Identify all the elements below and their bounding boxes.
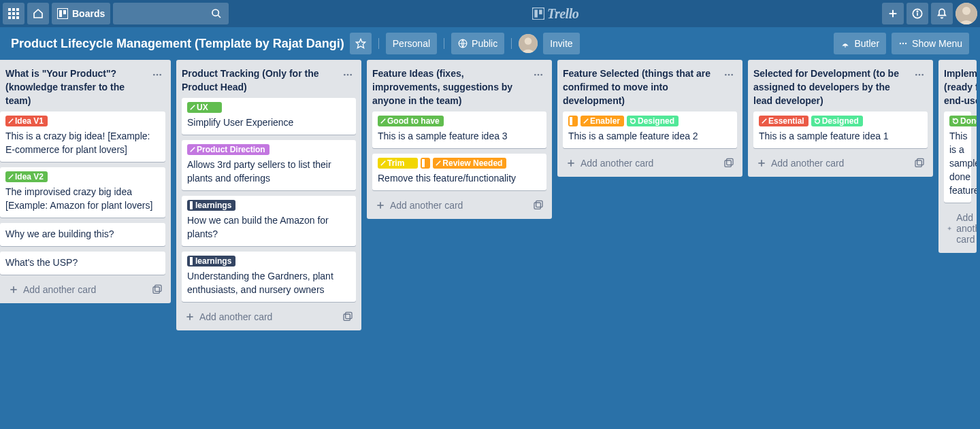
visibility-button[interactable]: Public <box>451 33 504 54</box>
list-menu-button[interactable] <box>340 67 356 83</box>
list-title[interactable]: Selected for Development (to be assigned… <box>753 67 909 107</box>
svg-rect-3 <box>8 12 11 15</box>
divider <box>511 38 512 49</box>
apps-button[interactable] <box>3 3 24 24</box>
boards-button[interactable]: Boards <box>52 3 110 24</box>
add-card-label: Add another card <box>956 212 977 245</box>
board-canvas[interactable]: What is "Your Product"? (knowledge trans… <box>0 60 980 336</box>
svg-rect-49 <box>346 312 352 318</box>
search-input[interactable] <box>113 3 229 24</box>
card-label[interactable] <box>568 116 578 126</box>
card[interactable]: learningsUnderstanding the Gardners, pla… <box>182 252 356 302</box>
avatar-icon <box>519 34 538 53</box>
template-icon <box>914 158 925 169</box>
card-label-text: Review Needed <box>442 156 502 170</box>
card-label-text: Trim <box>387 156 404 170</box>
card-template-button[interactable] <box>340 309 356 325</box>
butler-button[interactable]: Butler <box>834 33 886 54</box>
card-label[interactable]: Idea V2 <box>5 171 48 182</box>
trello-logo[interactable]: Trello <box>532 6 578 22</box>
card-label[interactable]: Enabler <box>581 116 624 126</box>
card-label[interactable]: Designed <box>811 116 863 126</box>
add-card-button[interactable]: Add another card <box>5 281 149 298</box>
svg-point-62 <box>731 74 733 76</box>
create-button[interactable] <box>882 3 904 24</box>
card-label[interactable]: Done <box>949 116 977 126</box>
member-avatar[interactable] <box>519 34 538 53</box>
list: What is "Your Product"? (knowledge trans… <box>0 60 171 303</box>
card-label[interactable]: UX <box>187 102 222 113</box>
card-label[interactable]: Review Needed <box>433 158 506 169</box>
card-label[interactable]: Product Direction <box>187 144 270 155</box>
card[interactable]: Idea V2The improvised crazy big idea [Ex… <box>0 167 165 218</box>
user-avatar[interactable] <box>956 3 977 24</box>
card-label-text: Idea V1 <box>15 114 44 128</box>
list-menu-button[interactable] <box>149 67 165 83</box>
list-title[interactable]: Product Tracking (Only for the Product H… <box>182 67 337 94</box>
list-title[interactable]: Feature Ideas (fixes, improvements, sugg… <box>372 67 527 107</box>
card[interactable]: DoneThis is a sample done feature <box>944 111 971 203</box>
card-label[interactable]: Designed <box>627 116 679 126</box>
card-label[interactable]: Essential <box>759 116 808 126</box>
board-icon <box>57 8 68 19</box>
svg-line-44 <box>191 105 195 109</box>
card[interactable]: TrimReview NeededRemove this feature/fun… <box>372 154 546 190</box>
add-card-button[interactable]: Add another card <box>563 155 721 171</box>
card-text: Understanding the Gardners, plant enthus… <box>187 269 350 296</box>
card-label[interactable] <box>421 158 430 169</box>
list-menu-button[interactable] <box>721 67 737 83</box>
card[interactable]: Idea V1This is a crazy big idea! [Exampl… <box>0 111 165 162</box>
card-label-text: UX <box>197 101 208 114</box>
plus-icon <box>887 8 898 19</box>
card-template-button[interactable] <box>911 155 928 171</box>
dots-icon <box>342 69 353 80</box>
add-card-button[interactable]: Add another card <box>372 197 530 213</box>
board-title[interactable]: Product Lifecycle Management (Template b… <box>11 37 344 51</box>
card-template-button[interactable] <box>721 155 737 171</box>
add-card-button[interactable]: Add another card <box>944 209 977 247</box>
card-template-button[interactable] <box>530 197 546 213</box>
card[interactable]: Good to haveThis is a sample feature ide… <box>372 111 546 148</box>
svg-point-29 <box>900 43 901 44</box>
dots-icon <box>533 69 544 80</box>
plus-icon <box>947 223 952 234</box>
list-menu-button[interactable] <box>530 67 546 83</box>
dots-icon <box>914 69 925 80</box>
card-label-text: Good to have <box>387 114 440 128</box>
card-label[interactable]: Idea V1 <box>5 116 48 126</box>
list-title[interactable]: Implemented (ready for end-user) <box>944 67 977 107</box>
list-title[interactable]: Feature Selected (things that are confir… <box>563 67 718 107</box>
invite-button[interactable]: Invite <box>543 33 579 54</box>
add-card-button[interactable]: Add another card <box>182 309 340 325</box>
star-button[interactable] <box>350 33 372 54</box>
card[interactable]: What's the USP? <box>0 252 165 275</box>
card-label[interactable]: Trim <box>378 158 418 169</box>
svg-line-54 <box>381 161 385 165</box>
template-icon <box>533 200 544 211</box>
card-text: This is a sample feature idea 3 <box>378 129 541 143</box>
butler-label: Butler <box>854 38 879 49</box>
card[interactable]: EssentialDesignedThis is a sample featur… <box>753 111 928 148</box>
home-icon <box>33 8 44 19</box>
team-button[interactable]: Personal <box>386 33 437 54</box>
show-menu-button[interactable]: Show Menu <box>892 33 969 54</box>
card[interactable]: Why we are building this? <box>0 223 165 246</box>
tag-icon <box>583 118 589 124</box>
add-card-button[interactable]: Add another card <box>753 155 911 171</box>
tag-icon <box>190 105 195 110</box>
card-label[interactable]: learnings <box>187 200 235 211</box>
card-template-button[interactable] <box>149 281 165 298</box>
list-title[interactable]: What is "Your Product"? (knowledge trans… <box>5 67 146 107</box>
svg-rect-14 <box>532 7 544 20</box>
card[interactable]: Product DirectionAllows 3rd party seller… <box>182 140 356 190</box>
card[interactable]: EnablerDesignedThis is a sample feature … <box>563 111 737 148</box>
list-menu-button[interactable] <box>911 67 928 83</box>
home-button[interactable] <box>27 3 49 24</box>
card-label[interactable]: learnings <box>187 256 235 267</box>
card-label[interactable]: Good to have <box>378 116 444 126</box>
card[interactable]: learningsHow we can build the Amazon for… <box>182 196 356 246</box>
notifications-button[interactable] <box>931 3 953 24</box>
card-label-text: Designed <box>822 114 859 128</box>
card[interactable]: UXSimplify User Experience <box>182 98 356 135</box>
info-button[interactable] <box>906 3 928 24</box>
